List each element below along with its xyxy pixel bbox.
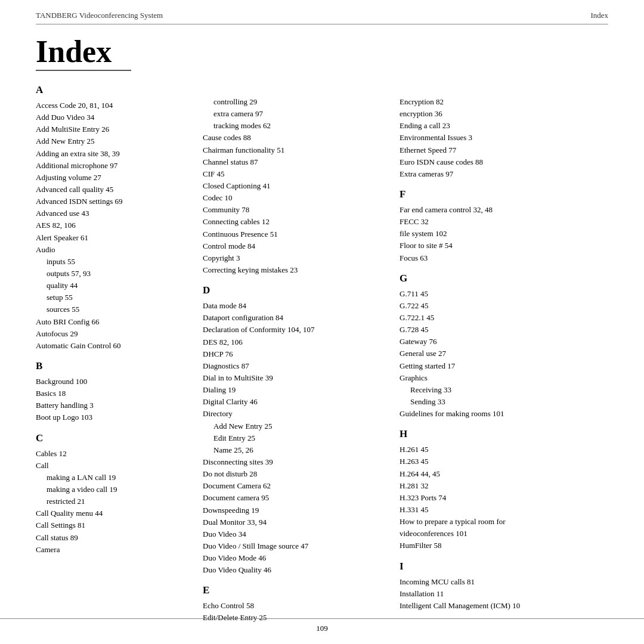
list-item: H.323 Ports 74 [400, 492, 608, 504]
list-item: Add Duo Video 34 [36, 112, 197, 123]
list-item: Correcting keying mistakes 23 [203, 264, 394, 276]
list-item: Incoming MCU calls 81 [400, 576, 608, 588]
section-d-letter: D [203, 284, 394, 296]
list-item: G.711 45 [400, 288, 608, 300]
list-item: making a LAN call 19 [36, 472, 197, 484]
list-item: setup 55 [36, 292, 197, 304]
list-item: Basics 18 [36, 388, 197, 400]
list-item: Document Camera 62 [203, 480, 394, 492]
list-item: Getting started 17 [400, 360, 608, 372]
list-item: Connecting cables 12 [203, 216, 394, 228]
list-item: Directory [203, 408, 394, 420]
list-item: G.722.1 45 [400, 312, 608, 324]
col-right: Encryption 82 encryption 36 Ending a cal… [400, 30, 608, 624]
list-item: CIF 45 [203, 168, 394, 180]
list-item: Cables 12 [36, 448, 197, 460]
list-item: Access Code 20, 81, 104 [36, 100, 197, 112]
list-item: Add MultiSite Entry 26 [36, 123, 197, 135]
list-item: Edit Entry 25 [203, 432, 394, 444]
list-item: AES 82, 106 [36, 219, 197, 231]
list-item: Continuous Presence 51 [203, 228, 394, 240]
list-item: Dial in to MultiSite 39 [203, 372, 394, 384]
page-header: TANDBERG Videoconferencing System Index [36, 0, 608, 24]
list-item: Copyright 3 [203, 252, 394, 264]
list-item: Data mode 84 [203, 300, 394, 312]
list-item: Call [36, 460, 197, 472]
list-item: Ending a call 23 [400, 120, 608, 132]
list-item: H.264 44, 45 [400, 468, 608, 480]
list-item: Do not disturb 28 [203, 468, 394, 480]
list-item: quality 44 [36, 280, 197, 292]
list-item: Disconnecting sites 39 [203, 456, 394, 468]
list-item: Dataport configuration 84 [203, 312, 394, 324]
list-item: controlling 29 [203, 96, 394, 108]
list-item: Duo Video 34 [203, 528, 394, 540]
list-item: Call Quality menu 44 [36, 507, 197, 519]
list-item: Euro ISDN cause codes 88 [400, 156, 608, 168]
list-item: inputs 55 [36, 256, 197, 268]
list-item: Call status 89 [36, 532, 197, 544]
list-item: Camera [36, 544, 197, 556]
list-item: Diagnostics 87 [203, 360, 394, 372]
section-b-letter: B [36, 360, 197, 372]
list-item: Gateway 76 [400, 336, 608, 348]
list-item: Advanced ISDN settings 69 [36, 196, 197, 208]
list-item: Auto BRI Config 66 [36, 316, 197, 328]
list-item: Installation 11 [400, 588, 608, 600]
col-left: Index A Access Code 20, 81, 104 Add Duo … [36, 30, 203, 624]
list-item: Adjusting volume 27 [36, 172, 197, 184]
list-item: Add New Entry 25 [203, 420, 394, 432]
list-item: extra camera 97 [203, 108, 394, 120]
list-item: Autofocus 29 [36, 328, 197, 340]
list-item: Add New Entry 25 [36, 135, 197, 147]
page-title: Index [36, 30, 197, 67]
list-item: G.728 45 [400, 324, 608, 336]
list-item: Dialing 19 [203, 384, 394, 396]
list-item: Intelligent Call Management (ICM) 10 [400, 600, 608, 612]
title-underline [36, 70, 131, 71]
section-f-letter: F [400, 188, 608, 200]
page-number: 109 [316, 624, 328, 633]
list-item: Guidelines for making rooms 101 [400, 408, 608, 420]
list-item: Extra cameras 97 [400, 168, 608, 180]
list-item: Declaration of Conformity 104, 107 [203, 324, 394, 336]
list-item: Battery handling 3 [36, 400, 197, 411]
list-item: Boot up Logo 103 [36, 411, 197, 423]
list-item: Advanced call quality 45 [36, 184, 197, 196]
list-item: Sending 33 [400, 396, 608, 408]
list-item: Additional microphone 97 [36, 160, 197, 172]
section-g-letter: G [400, 273, 608, 284]
section-i-letter: I [400, 561, 608, 572]
list-item: Duo Video Mode 46 [203, 552, 394, 564]
list-item: Graphics [400, 372, 608, 384]
list-item: Focus 63 [400, 252, 608, 264]
list-item: sources 55 [36, 304, 197, 315]
list-item: Floor to site # 54 [400, 240, 608, 252]
list-item: H.263 45 [400, 456, 608, 467]
page-container: TANDBERG Videoconferencing System Index … [0, 0, 644, 644]
list-item: videoconferences 101 [400, 528, 608, 540]
list-item: Digital Clarity 46 [203, 396, 394, 408]
list-item: Echo Control 58 [203, 600, 394, 612]
main-content: Index A Access Code 20, 81, 104 Add Duo … [36, 24, 608, 624]
list-item: G.722 45 [400, 300, 608, 312]
header-title: TANDBERG Videoconferencing System [36, 11, 163, 20]
list-item: outputs 57, 93 [36, 268, 197, 280]
list-item: How to prepare a typical room for [400, 516, 608, 528]
list-item: Encryption 82 [400, 96, 608, 108]
list-item: Closed Captioning 41 [203, 180, 394, 192]
header-right: Index [590, 11, 608, 20]
section-h-letter: H [400, 428, 608, 440]
list-item: Advanced use 43 [36, 208, 197, 219]
page-footer: 109 [0, 618, 644, 633]
list-item: H.281 32 [400, 480, 608, 492]
list-item: Call Settings 81 [36, 519, 197, 531]
list-item: FECC 32 [400, 216, 608, 228]
list-item: Chairman functionality 51 [203, 144, 394, 156]
list-item: DES 82, 106 [203, 336, 394, 348]
list-item: making a video call 19 [36, 484, 197, 496]
list-item: Dual Monitor 33, 94 [203, 516, 394, 528]
col-mid: controlling 29 extra camera 97 tracking … [203, 30, 400, 624]
list-item: Duo Video Quality 46 [203, 564, 394, 576]
list-item: General use 27 [400, 348, 608, 360]
